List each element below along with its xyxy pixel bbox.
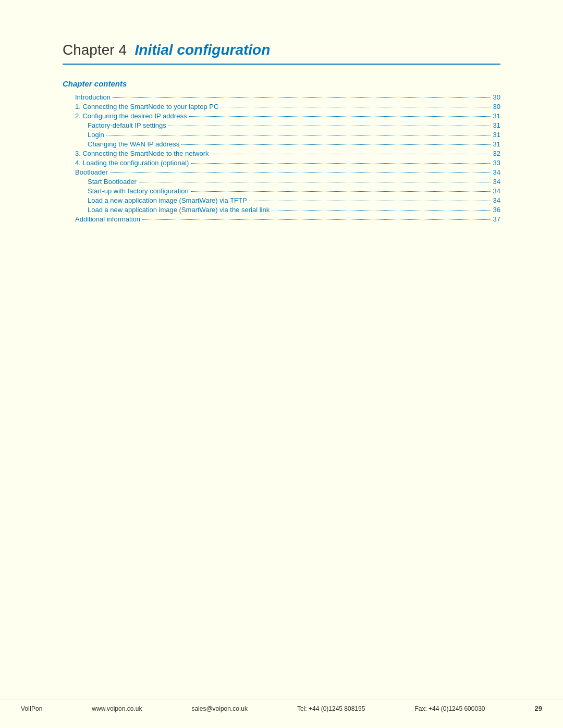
- toc-label-bootloader_b: Start-up with factory configuration: [88, 187, 189, 195]
- toc-dots-item2: [189, 116, 491, 117]
- toc-item-additional[interactable]: Additional information37: [63, 215, 500, 223]
- chapter-contents-title: Chapter contents: [63, 79, 500, 88]
- toc-item-bootloader_d[interactable]: Load a new application image (SmartWare)…: [63, 206, 500, 214]
- toc-page-item2c: 31: [493, 140, 500, 148]
- toc-page-additional: 37: [493, 215, 500, 223]
- toc-dots-item1: [221, 107, 491, 107]
- chapter-title-bold: Initial configuration: [135, 42, 271, 58]
- footer-page-number: 29: [534, 705, 542, 712]
- toc-dots-additional: [142, 219, 491, 220]
- toc-dots-intro: [113, 97, 491, 98]
- toc-page-bootloader_d: 36: [493, 206, 500, 214]
- toc-dots-bootloader_c: [249, 201, 491, 201]
- toc-dots-bootloader_d: [272, 210, 491, 211]
- footer: VolIPon www.voipon.co.uk sales@voipon.co…: [0, 699, 563, 712]
- toc-page-item2a: 31: [493, 121, 500, 129]
- chapter-prefix: Chapter 4: [63, 42, 127, 58]
- toc-page-item1: 30: [493, 103, 500, 110]
- toc-label-item2: 2. Configuring the desired IP address: [75, 112, 187, 120]
- toc-label-bootloader: Bootloader: [75, 168, 108, 176]
- toc-dots-item2a: [168, 126, 491, 126]
- toc-dots-bootloader_a: [139, 182, 491, 182]
- toc-label-item2a: Factory-default IP settings: [88, 121, 166, 129]
- toc-label-intro: Introduction: [75, 93, 111, 101]
- toc-dots-item4: [191, 163, 491, 164]
- toc-page-bootloader_c: 34: [493, 196, 500, 204]
- footer-email: sales@voipon.co.uk: [191, 705, 248, 712]
- toc-item-item2c[interactable]: Changing the WAN IP address31: [63, 140, 500, 148]
- toc-dots-bootloader: [110, 172, 491, 173]
- toc-label-bootloader_d: Load a new application image (SmartWare)…: [88, 206, 270, 214]
- toc-label-item2c: Changing the WAN IP address: [88, 140, 179, 148]
- toc-item-item2a[interactable]: Factory-default IP settings31: [63, 121, 500, 129]
- toc-page-bootloader: 34: [493, 168, 500, 176]
- toc-page-bootloader_b: 34: [493, 187, 500, 195]
- toc-page-item2: 31: [493, 112, 500, 120]
- toc-dots-item3: [211, 154, 491, 154]
- toc-label-bootloader_a: Start Bootloader: [88, 178, 137, 186]
- footer-tel: Tel: +44 (0)1245 808195: [297, 705, 365, 712]
- footer-website: www.voipon.co.uk: [92, 705, 142, 712]
- toc-page-item3: 32: [493, 150, 500, 157]
- toc-item-item3[interactable]: 3. Connecting the SmartNode to the netwo…: [63, 150, 500, 157]
- page: Chapter 4 Initial configuration Chapter …: [0, 0, 563, 728]
- toc-section: Chapter contents Introduction301. Connec…: [63, 79, 500, 223]
- toc-item-item2[interactable]: 2. Configuring the desired IP address31: [63, 112, 500, 120]
- toc-item-bootloader_b[interactable]: Start-up with factory configuration34: [63, 187, 500, 195]
- toc-label-item2b: Login: [88, 131, 104, 139]
- footer-company: VolIPon: [21, 705, 42, 712]
- toc-label-bootloader_c: Load a new application image (SmartWare)…: [88, 196, 247, 204]
- toc-label-item4: 4. Loading the configuration (optional): [75, 159, 189, 167]
- footer-fax: Fax: +44 (0)1245 600030: [414, 705, 485, 712]
- toc-dots-bootloader_b: [191, 191, 491, 192]
- toc-item-intro[interactable]: Introduction30: [63, 93, 500, 101]
- toc-item-bootloader_a[interactable]: Start Bootloader34: [63, 178, 500, 186]
- toc-label-item3: 3. Connecting the SmartNode to the netwo…: [75, 150, 209, 157]
- toc-page-item4: 33: [493, 159, 500, 167]
- toc-label-item1: 1. Connecting the SmartNode to your lapt…: [75, 103, 218, 110]
- toc-container: Introduction301. Connecting the SmartNod…: [63, 93, 500, 223]
- toc-dots-item2b: [106, 135, 491, 135]
- toc-page-intro: 30: [493, 93, 500, 101]
- toc-item-bootloader_c[interactable]: Load a new application image (SmartWare)…: [63, 196, 500, 204]
- divider: [63, 64, 500, 65]
- toc-label-additional: Additional information: [75, 215, 140, 223]
- toc-item-item1[interactable]: 1. Connecting the SmartNode to your lapt…: [63, 103, 500, 110]
- toc-dots-item2c: [181, 144, 491, 145]
- toc-page-item2b: 31: [493, 131, 500, 139]
- toc-page-bootloader_a: 34: [493, 178, 500, 186]
- toc-item-item4[interactable]: 4. Loading the configuration (optional)3…: [63, 159, 500, 167]
- toc-item-item2b[interactable]: Login31: [63, 131, 500, 139]
- toc-item-bootloader[interactable]: Bootloader34: [63, 168, 500, 176]
- chapter-title: Chapter 4 Initial configuration: [63, 42, 500, 58]
- chapter-header: Chapter 4 Initial configuration: [63, 42, 500, 65]
